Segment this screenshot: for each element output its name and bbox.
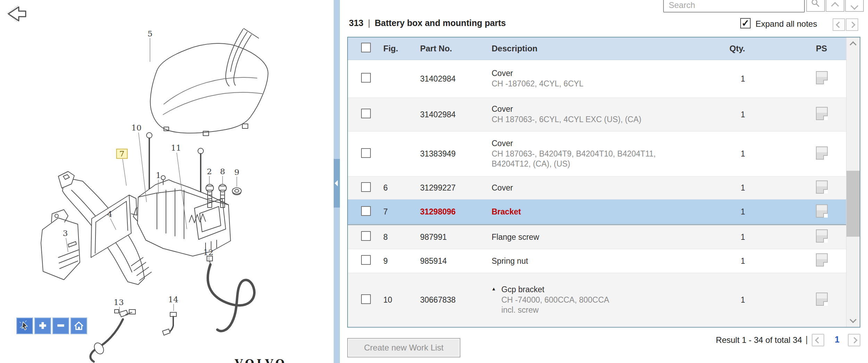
title-separator: | xyxy=(368,18,370,28)
row-checkbox[interactable] xyxy=(361,73,371,83)
row-description: Spring nut xyxy=(492,256,528,265)
row-description-block: Cover CH 187063-, B4204T9, B4204T10, B42… xyxy=(492,139,722,169)
previous-note-button[interactable] xyxy=(833,18,845,31)
scroll-down-button[interactable] xyxy=(846,312,860,327)
row-checkbox[interactable] xyxy=(361,294,371,304)
row-fig: 7 xyxy=(378,207,410,217)
ps-note-icon[interactable] xyxy=(816,71,828,84)
diagram-callout-11[interactable]: 11 xyxy=(170,144,182,152)
minus-icon xyxy=(55,319,67,333)
row-qty: 1 xyxy=(722,295,750,305)
ps-note-icon[interactable] xyxy=(816,293,828,306)
search-input[interactable] xyxy=(663,0,805,12)
exploded-parts-drawing xyxy=(0,0,333,363)
scroll-up-button[interactable] xyxy=(846,37,860,52)
row-checkbox[interactable] xyxy=(361,182,371,192)
row-qty: 1 xyxy=(722,207,750,217)
table-row[interactable]: 8 987991 Flange screw 1 xyxy=(348,225,846,249)
row-part-number: 31402984 xyxy=(420,110,456,119)
chevron-right-icon xyxy=(849,22,855,28)
row-checkbox[interactable] xyxy=(361,206,371,216)
table-row[interactable]: 6 31299227 Cover 1 xyxy=(348,177,846,200)
row-description: Cover xyxy=(492,69,513,78)
diagram-callout-8[interactable]: 8 xyxy=(219,167,226,176)
zoom-out-button[interactable] xyxy=(52,318,69,334)
table-row[interactable]: 7 31298096 Bracket 1 xyxy=(348,200,846,225)
row-description-block: Spring nut xyxy=(492,256,722,266)
row-note: CH 187063-, 6CYL, 4CYL EXC (US), (CA) xyxy=(492,115,686,125)
row-part-number: 30667838 xyxy=(420,295,456,304)
ps-note-icon[interactable] xyxy=(816,146,828,160)
page-number[interactable]: 1 xyxy=(832,335,842,345)
row-description-block: Flange screw xyxy=(492,233,722,242)
section-name: Battery box and mounting parts xyxy=(375,18,506,28)
zoom-in-button[interactable] xyxy=(34,318,51,334)
find-previous-button[interactable] xyxy=(826,0,844,12)
diagram-callout-12[interactable]: 12 xyxy=(202,248,214,257)
ps-note-icon[interactable] xyxy=(816,204,828,218)
diagram-callout-10[interactable]: 10 xyxy=(130,124,142,132)
row-description-block: Cover xyxy=(492,183,722,193)
chevron-up-icon xyxy=(831,2,839,10)
table-row[interactable]: 31402984 Cover CH -187062, 4CYL, 6CYL 1 xyxy=(348,60,846,98)
diagram-callout-14[interactable]: 14 xyxy=(167,295,179,304)
panel-splitter[interactable] xyxy=(334,0,340,363)
table-row[interactable]: 31402984 Cover CH 187063-, 6CYL, 4CYL EX… xyxy=(348,98,846,132)
row-checkbox[interactable] xyxy=(361,255,371,265)
collapse-marker-icon[interactable]: ▴ xyxy=(492,285,495,292)
diagram-callout-1[interactable]: 1 xyxy=(155,171,162,180)
ps-note-icon[interactable] xyxy=(816,180,828,194)
diagram-callout-2[interactable]: 2 xyxy=(206,167,213,176)
search-button[interactable] xyxy=(806,0,825,12)
home-button[interactable] xyxy=(70,318,87,334)
next-note-button[interactable] xyxy=(846,18,858,31)
pointer-tool-button[interactable] xyxy=(16,318,33,334)
diagram-callout-3[interactable]: 3 xyxy=(62,229,69,238)
row-checkbox[interactable] xyxy=(361,109,371,118)
row-notes: CH -187062, 4CYL, 6CYL xyxy=(492,79,722,89)
select-all-checkbox[interactable] xyxy=(361,43,371,52)
row-description-block: ▴Gcp bracket CH -74000, 600CCA, 800CCAin… xyxy=(501,285,722,315)
ps-note-icon[interactable] xyxy=(816,253,828,267)
row-notes: CH -74000, 600CCA, 800CCAincl. screw xyxy=(501,295,722,315)
find-next-button[interactable] xyxy=(845,0,864,12)
next-page-button[interactable] xyxy=(848,334,860,346)
row-description: Cover xyxy=(492,183,513,192)
check-icon: ✓ xyxy=(742,18,750,28)
row-part-number: 987991 xyxy=(420,233,447,242)
diagram-callout-5[interactable]: 5 xyxy=(147,29,154,38)
row-note: incl. screw xyxy=(501,305,696,315)
col-header-fig: Fig. xyxy=(378,44,410,53)
section-code: 313 xyxy=(349,18,364,28)
row-fig: 9 xyxy=(378,256,410,266)
expand-all-notes-checkbox[interactable]: ✓ xyxy=(740,18,751,28)
diagram-callout-7[interactable]: 7 xyxy=(116,149,128,159)
row-description: Cover xyxy=(492,104,513,113)
chevron-right-icon xyxy=(851,337,857,343)
brand-logo: VOLVO xyxy=(235,357,301,363)
row-description: Flange screw xyxy=(492,233,539,242)
table-row[interactable]: 31383949 Cover CH 187063-, B4204T9, B420… xyxy=(348,132,846,177)
diagram-callout-9[interactable]: 9 xyxy=(233,168,241,177)
col-header-description: Description xyxy=(486,44,722,53)
diagram-callout-4[interactable]: 4 xyxy=(106,210,114,219)
diagram-viewer-toolbar xyxy=(16,318,87,334)
row-qty: 1 xyxy=(722,183,750,193)
previous-page-button[interactable] xyxy=(812,334,824,346)
row-qty: 1 xyxy=(722,110,750,119)
diagram-callout-13[interactable]: 13 xyxy=(112,298,125,307)
table-scrollbar[interactable] xyxy=(846,37,860,327)
row-notes: CH 187063-, B4204T9, B4204T10, B4204T11,… xyxy=(492,149,722,169)
scrollbar-thumb[interactable] xyxy=(846,171,860,237)
create-worklist-button[interactable]: Create new Work List xyxy=(347,338,460,357)
collapse-left-icon xyxy=(335,180,338,186)
row-note: CH -187062, 4CYL, 6CYL xyxy=(492,79,686,89)
ps-note-icon[interactable] xyxy=(816,107,828,120)
row-checkbox[interactable] xyxy=(361,231,371,241)
row-checkbox[interactable] xyxy=(361,148,371,158)
ps-note-icon[interactable] xyxy=(816,229,828,243)
table-row[interactable]: 10 30667838 ▴Gcp bracket CH -74000, 600C… xyxy=(348,273,846,327)
chevron-left-icon xyxy=(836,22,842,28)
house-icon xyxy=(73,319,85,333)
table-row[interactable]: 9 985914 Spring nut 1 xyxy=(348,249,846,273)
